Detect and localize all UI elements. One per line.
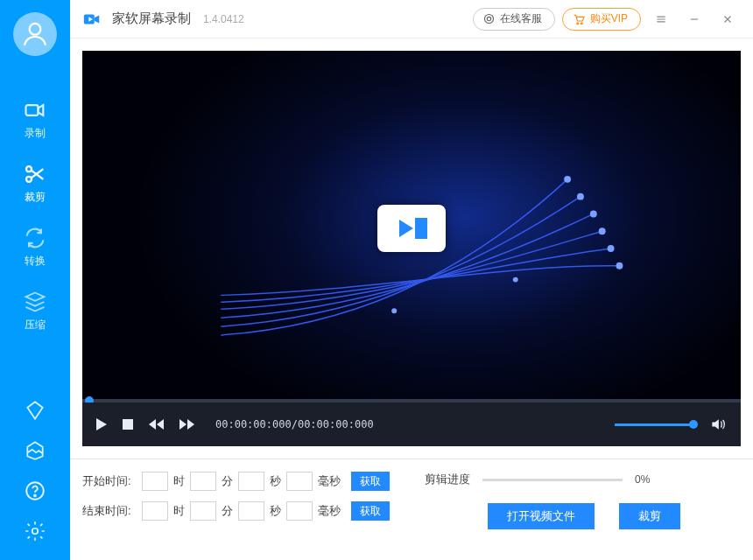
center-play-badge[interactable]: [377, 205, 446, 252]
play-icon: [96, 418, 107, 430]
vip-button[interactable]: 购买VIP: [562, 8, 641, 31]
volume-slider[interactable]: [615, 424, 693, 426]
unit-ms: 毫秒: [318, 503, 341, 519]
start-time-row: 开始时间: 时 分 秒 毫秒 获取: [82, 472, 390, 491]
support-button[interactable]: 在线客服: [473, 8, 555, 31]
vip-label: 购买VIP: [590, 11, 628, 26]
get-end-button[interactable]: 获取: [351, 501, 390, 521]
play-triangle-icon: [399, 220, 413, 237]
start-min-input[interactable]: [190, 472, 216, 491]
volume-icon: [709, 416, 727, 433]
start-time-label: 开始时间:: [82, 473, 137, 489]
stop-button[interactable]: [123, 419, 133, 430]
sidebar-item-compress[interactable]: 压缩: [0, 277, 70, 341]
svg-point-0: [30, 24, 41, 35]
unit-hour: 时: [173, 503, 185, 519]
close-icon: [721, 13, 734, 25]
trim-progress-pct: 0%: [635, 473, 661, 486]
timecode: 00:00:00:000/00:00:00:000: [215, 418, 374, 430]
headset-icon: [482, 12, 496, 25]
menu-icon: [655, 13, 667, 25]
player-controls: 00:00:00:000/00:00:00:000: [82, 402, 741, 446]
start-sec-input[interactable]: [238, 472, 264, 491]
sidebar-item-label: 录制: [25, 127, 46, 139]
sidebar-item-record[interactable]: 录制: [0, 86, 70, 150]
svg-point-6: [32, 528, 39, 535]
trim-progress-label: 剪辑进度: [425, 472, 470, 487]
camera-icon: [23, 98, 47, 122]
diamond-icon[interactable]: [24, 399, 46, 422]
sidebar-item-convert[interactable]: 转换: [0, 214, 70, 277]
unit-sec: 秒: [270, 473, 281, 489]
close-button[interactable]: [714, 6, 741, 32]
camera-lens-icon: [415, 218, 427, 239]
svg-point-15: [599, 228, 606, 234]
app-logo: [82, 10, 102, 29]
end-time-row: 结束时间: 时 分 秒 毫秒 获取: [82, 501, 390, 521]
crop-button[interactable]: 裁剪: [619, 503, 680, 529]
svg-point-2: [26, 166, 32, 172]
stop-icon: [123, 419, 133, 430]
app-version: 1.4.0412: [203, 13, 244, 25]
svg-point-12: [564, 176, 571, 183]
svg-point-8: [484, 15, 493, 24]
svg-point-18: [391, 308, 397, 313]
svg-point-10: [576, 22, 578, 24]
video-player: 00:00:00:000/00:00:00:000: [82, 51, 741, 446]
rewind-icon: [149, 419, 164, 430]
get-start-button[interactable]: 获取: [351, 472, 390, 491]
end-time-label: 结束时间:: [82, 503, 137, 519]
svg-point-16: [608, 245, 615, 252]
trim-progress-row: 剪辑进度 0%: [425, 472, 741, 487]
logo-icon: [82, 10, 102, 29]
forward-button[interactable]: [179, 419, 194, 430]
unit-hour: 时: [173, 473, 185, 489]
sidebar-bottom: [0, 390, 70, 560]
menu-button[interactable]: [648, 6, 674, 32]
svg-rect-1: [26, 105, 39, 116]
svg-point-9: [487, 17, 490, 20]
sidebar-item-crop[interactable]: 裁剪: [0, 150, 70, 214]
unit-min: 分: [222, 473, 233, 489]
end-hour-input[interactable]: [142, 501, 168, 521]
svg-point-13: [577, 193, 584, 200]
svg-point-11: [581, 22, 582, 24]
unit-sec: 秒: [270, 503, 281, 519]
layers-icon: [23, 290, 47, 314]
minimize-button[interactable]: [681, 6, 707, 32]
sidebar: 录制 裁剪 转换 压缩: [0, 0, 70, 560]
end-min-input[interactable]: [190, 501, 216, 521]
svg-point-19: [513, 277, 518, 283]
scissors-icon: [23, 162, 47, 186]
rewind-button[interactable]: [149, 419, 164, 430]
unit-ms: 毫秒: [318, 473, 341, 489]
svg-point-14: [590, 210, 597, 217]
svg-point-3: [26, 177, 32, 182]
forward-icon: [179, 419, 194, 430]
sidebar-item-label: 转换: [25, 255, 46, 267]
end-ms-input[interactable]: [286, 501, 313, 521]
svg-point-5: [34, 495, 36, 497]
cart-icon: [572, 12, 586, 26]
trim-panel: 开始时间: 时 分 秒 毫秒 获取 结束时间: 时 分 秒 毫秒 获取: [70, 458, 753, 535]
gear-icon[interactable]: [24, 520, 46, 542]
minimize-icon: [688, 13, 700, 25]
end-sec-input[interactable]: [238, 501, 264, 521]
help-icon[interactable]: [24, 480, 46, 502]
open-file-button[interactable]: 打开视频文件: [488, 503, 595, 529]
titlebar: 家软屏幕录制 1.4.0412 在线客服 购买VIP: [70, 0, 753, 38]
sidebar-item-label: 压缩: [25, 318, 46, 331]
volume-knob[interactable]: [689, 420, 698, 429]
start-ms-input[interactable]: [286, 472, 313, 491]
avatar[interactable]: [13, 12, 57, 56]
volume-button[interactable]: [709, 416, 727, 433]
start-hour-input[interactable]: [142, 472, 168, 491]
app-name: 家软屏幕录制: [112, 10, 191, 27]
user-icon: [20, 19, 50, 49]
unit-min: 分: [222, 503, 233, 519]
svg-point-17: [616, 262, 623, 270]
convert-icon: [23, 226, 47, 250]
trim-progress-bar: [482, 479, 623, 481]
play-button[interactable]: [96, 418, 107, 430]
image-icon[interactable]: [24, 439, 46, 462]
